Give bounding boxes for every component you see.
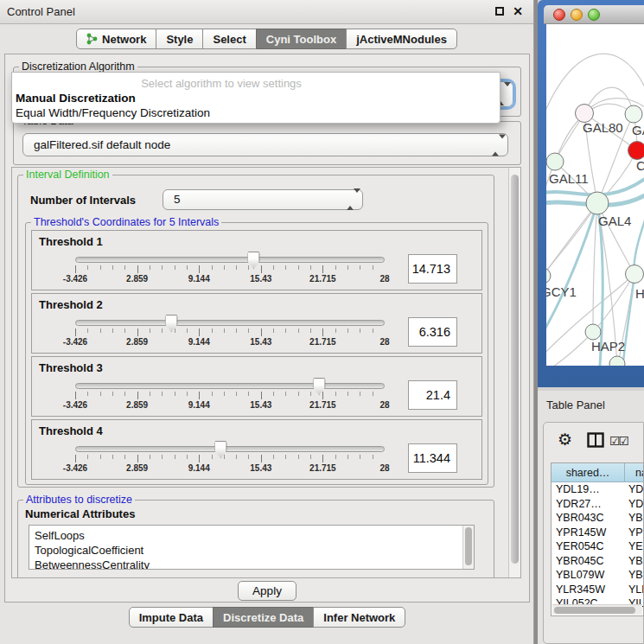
threshold-1-panel: Threshold 1 -3.426 2.859 9.144 15.43 21.…	[31, 230, 482, 290]
network-node[interactable]	[585, 324, 601, 340]
algorithm-placeholder: Select algorithm to view settings	[12, 77, 430, 90]
network-node[interactable]	[628, 142, 644, 160]
threshold-3-label: Threshold 3	[39, 361, 103, 374]
table-row[interactable]: YLR345WYLR3	[552, 583, 643, 597]
list-scrollbar-thumb[interactable]	[465, 527, 472, 565]
thresholds-coordinates-label: Threshold's Coordinates for 5 Intervals	[31, 216, 221, 228]
list-item-betweennesscentrality[interactable]: BetweennessCentrality	[29, 558, 474, 570]
threshold-4-value-field[interactable]: 11.344	[408, 443, 457, 473]
attributes-to-discretize-label: Attributes to discretize	[23, 494, 135, 506]
algorithm-dropdown-popup: Select algorithm to view settings Manual…	[11, 72, 501, 124]
slider-track[interactable]	[75, 257, 385, 263]
scale-label: 15.43	[250, 274, 271, 284]
interval-definition-label: Interval Definition	[23, 169, 112, 181]
cell-shared-name: YDR27…	[552, 497, 625, 512]
network-canvas[interactable]: GAL80GACGAL11GAL4GCY1HHAP2	[546, 24, 644, 366]
slider-track[interactable]	[75, 383, 385, 389]
apply-button[interactable]: Apply	[238, 581, 296, 601]
table-data-combobox[interactable]: galFiltered.sif default node	[22, 133, 508, 156]
cyni-bottom-tab-bar: Impute Data Discretize Data Infer Networ…	[0, 607, 534, 628]
cyni-toolbox-panel: Discretization Algorithm Select algorith…	[4, 54, 530, 603]
list-item-selfloops[interactable]: SelfLoops	[29, 528, 474, 543]
list-scrollbar[interactable]	[462, 526, 474, 569]
column-header-name[interactable]: name	[625, 463, 644, 482]
table-row[interactable]: YPR145WYPR1	[552, 526, 643, 540]
tab-select[interactable]: Select	[202, 29, 256, 49]
list-item-topologicalcoefficient[interactable]: TopologicalCoefficient	[29, 543, 474, 558]
scale-label: 2.859	[126, 463, 148, 473]
table-row[interactable]: YDR27…YDR2	[552, 497, 643, 512]
table-row[interactable]: YBR043CYBR0	[552, 511, 643, 526]
control-panel-window: Control Panel ✕ Network Style Select Cyn…	[0, 0, 534, 644]
network-node-label: C	[636, 158, 644, 173]
screen: Control Panel ✕ Network Style Select Cyn…	[0, 0, 644, 644]
table-row[interactable]: YBL079WYBL0	[552, 568, 643, 583]
number-of-intervals-value: 5	[174, 193, 181, 206]
tab-impute-data[interactable]: Impute Data	[129, 607, 214, 628]
tab-jactivemnodules[interactable]: jActiveMNodules	[346, 29, 457, 49]
tab-network[interactable]: Network	[76, 29, 156, 49]
threshold-1-value-field[interactable]: 14.713	[408, 254, 457, 284]
network-node[interactable]	[546, 153, 564, 170]
number-of-intervals-row: Number of Intervals 5	[30, 189, 363, 210]
slider-track[interactable]	[75, 446, 385, 452]
number-of-intervals-combobox[interactable]: 5	[163, 189, 363, 210]
column-header-shared-name[interactable]: shared…	[552, 463, 625, 482]
scale-label: 21.715	[309, 337, 336, 347]
cell-name: YDR2	[625, 497, 643, 512]
gear-icon[interactable]: ⚙	[558, 430, 572, 449]
slider-ticks	[75, 392, 385, 399]
network-edge	[546, 203, 597, 276]
threshold-3-value-field[interactable]: 21.4	[408, 380, 457, 410]
network-node[interactable]	[586, 192, 609, 214]
scale-label: 9.144	[188, 274, 210, 284]
threshold-1-slider: -3.426 2.859 9.144 15.43 21.715 28	[75, 257, 385, 284]
table-panel-title: Table Panel	[546, 399, 605, 411]
threshold-2-label: Threshold 2	[39, 298, 103, 311]
minimize-traffic-light[interactable]	[571, 9, 583, 21]
control-panel-title: Control Panel	[7, 5, 75, 18]
network-node[interactable]	[626, 265, 644, 284]
tab-discretize-data[interactable]: Discretize Data	[213, 607, 314, 628]
slider-ticks	[75, 455, 385, 462]
table-horizontal-scrollbar[interactable]	[552, 604, 642, 615]
close-traffic-light[interactable]	[553, 9, 565, 21]
tab-style[interactable]: Style	[156, 29, 203, 49]
scale-label: 2.859	[126, 400, 148, 410]
combo-arrows-icon	[347, 190, 354, 209]
threshold-2-value-field[interactable]: 6.316	[408, 317, 457, 347]
network-node[interactable]	[625, 105, 642, 123]
cell-name: YBL0	[625, 568, 643, 583]
table-row[interactable]: YER054CYER0	[552, 539, 643, 554]
network-edge-highlighted	[546, 203, 597, 341]
cell-name: YDL1	[625, 482, 643, 497]
table-row[interactable]: YDL19…YDL1	[552, 482, 643, 497]
discretization-algorithm-group-label: Discretization Algorithm	[19, 61, 137, 73]
panel-scrollbar-thumb[interactable]	[511, 175, 519, 564]
scale-label: -3.426	[63, 400, 87, 410]
attributes-to-discretize-group: Attributes to discretize Numerical Attri…	[17, 500, 494, 578]
scale-label: -3.426	[63, 274, 87, 284]
zoom-traffic-light[interactable]	[588, 9, 600, 21]
tab-cyni-toolbox[interactable]: Cyni Toolbox	[256, 29, 347, 49]
table-row[interactable]: YBR045CYBR0	[552, 554, 643, 569]
numerical-attributes-label: Numerical Attributes	[25, 507, 135, 520]
number-of-intervals-label: Number of Intervals	[30, 194, 163, 207]
slider-track[interactable]	[75, 320, 385, 326]
cell-shared-name: YBL079W	[552, 568, 625, 583]
threshold-4-label: Threshold 4	[39, 424, 103, 437]
panel-scrollbar[interactable]	[508, 168, 520, 577]
dropdown-option-manual-discretization[interactable]: Manual Discretization	[16, 92, 136, 105]
dropdown-option-equal-width-frequency[interactable]: Equal Width/Frequency Discretization	[16, 106, 210, 119]
tab-infer-network[interactable]: Infer Network	[313, 607, 405, 628]
network-node[interactable]	[546, 268, 551, 284]
scale-label: 21.715	[309, 400, 336, 410]
network-node[interactable]	[609, 356, 625, 366]
float-window-icon[interactable]	[495, 7, 504, 16]
close-icon[interactable]: ✕	[513, 4, 523, 18]
network-window-titlebar	[544, 5, 644, 24]
table-horizontal-scrollbar-thumb[interactable]	[554, 607, 635, 614]
column-checkboxes-icon[interactable]: ☑☑	[609, 434, 628, 448]
scale-label: 28	[379, 337, 389, 347]
split-columns-icon[interactable]	[587, 432, 604, 451]
